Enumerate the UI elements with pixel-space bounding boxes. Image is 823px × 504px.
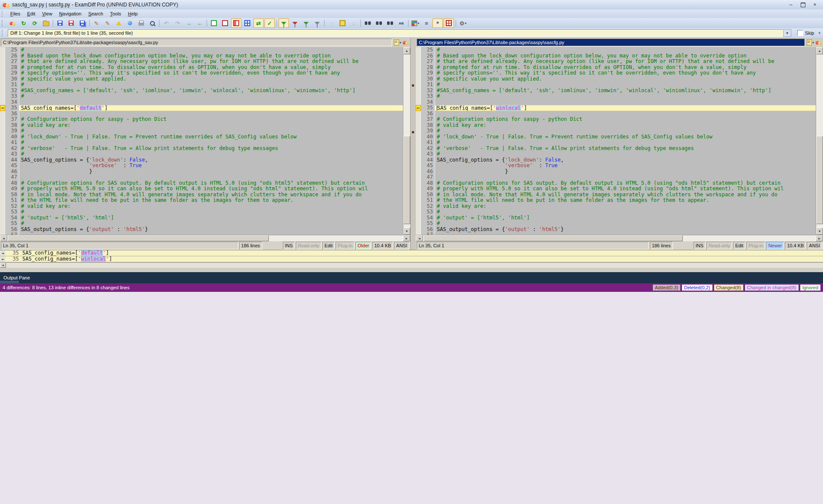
diff-marker[interactable] [416, 134, 421, 140]
scroll-left-icon[interactable]: ◄ [0, 235, 7, 241]
diff-marker[interactable] [416, 117, 421, 123]
scroll-thumb[interactable] [424, 235, 683, 241]
diff-marker[interactable] [0, 169, 5, 175]
output-pane-grip[interactable] [0, 281, 19, 283]
auto-recompare-button[interactable]: ✓ [264, 18, 275, 28]
diff-marker[interactable] [0, 151, 5, 157]
scroll-up-icon[interactable]: ▲ [403, 47, 410, 54]
scroll-track[interactable] [816, 54, 823, 228]
diff-marker[interactable] [0, 76, 5, 82]
find-button[interactable] [363, 18, 373, 28]
diff-marker[interactable] [0, 70, 5, 76]
sync-scrolling-button[interactable]: ⇄ [253, 18, 264, 28]
diff-marker[interactable] [0, 174, 5, 180]
diff-map-marker[interactable] [412, 131, 414, 133]
diff-marker[interactable] [416, 88, 421, 94]
diff-marker[interactable] [416, 209, 421, 215]
print-preview-button[interactable] [147, 18, 157, 28]
diff-marker[interactable] [416, 105, 421, 111]
diff-marker[interactable] [0, 88, 5, 94]
diff-marker[interactable] [416, 93, 421, 99]
edit-second-file-button[interactable]: ✎ [102, 18, 113, 28]
filter-deleted-button[interactable] [301, 18, 311, 28]
color-scheme-button[interactable]: ▾ [410, 18, 421, 28]
menu-item[interactable]: Search [85, 10, 107, 17]
diff-marker[interactable] [0, 204, 5, 210]
save-all-button[interactable] [77, 18, 87, 28]
menu-item[interactable]: View [39, 10, 56, 17]
diff-marker[interactable] [416, 123, 421, 129]
maximize-button[interactable] [797, 1, 808, 8]
diff-marker[interactable] [0, 82, 5, 88]
copy-to-right-button[interactable]: → [183, 18, 194, 28]
diff-marker[interactable] [0, 134, 5, 140]
diff-marker[interactable] [416, 198, 421, 204]
diff-marker[interactable] [0, 198, 5, 204]
vertical-scrollbar[interactable]: ▲ ▼ [816, 47, 823, 235]
scroll-down-icon[interactable]: ▼ [403, 228, 410, 235]
diff-marker[interactable] [416, 140, 421, 146]
find-previous-button[interactable] [385, 18, 395, 28]
diff-marker[interactable] [0, 53, 5, 59]
diff-marker[interactable] [0, 65, 5, 71]
scroll-track[interactable] [7, 235, 403, 241]
overflow-chevron-icon[interactable]: ▾ [818, 31, 820, 35]
diff-marker[interactable] [416, 169, 421, 175]
second-file-options-button[interactable] [125, 18, 135, 28]
diff-marker[interactable] [416, 47, 421, 53]
diff-marker[interactable] [416, 146, 421, 152]
scroll-right-icon[interactable]: ► [816, 235, 823, 241]
match-case-button[interactable]: AB [396, 18, 406, 28]
scroll-right-icon[interactable]: ► [403, 235, 410, 241]
second-file-path[interactable]: C:\Program Files\Python\Python37\Lib\sit… [417, 39, 805, 46]
diff-marker[interactable] [416, 180, 421, 186]
diff-marker[interactable] [416, 192, 421, 198]
diff-marker[interactable] [0, 123, 5, 129]
diff-marker[interactable] [0, 180, 5, 186]
redo-button[interactable]: ↷ [172, 18, 183, 28]
first-file-editor[interactable]: 25 # 26 # Based upon the lock_down confi… [0, 47, 410, 235]
save-first-file-button[interactable] [55, 18, 65, 28]
diff-marker[interactable] [0, 215, 5, 221]
menu-item[interactable]: Navigation [56, 10, 85, 17]
vertical-scrollbar[interactable]: ▲ ▼ [403, 47, 410, 235]
diff-marker[interactable] [0, 105, 5, 111]
undo-button[interactable]: ↶ [161, 18, 171, 28]
diff-marker[interactable] [0, 192, 5, 198]
save-second-file-button[interactable] [66, 18, 76, 28]
scroll-thumb[interactable] [8, 235, 269, 241]
previous-change-button[interactable]: ↑ [326, 18, 336, 28]
print-button[interactable] [136, 18, 146, 28]
diff-marker[interactable] [0, 128, 5, 134]
edit-mode-button[interactable] [444, 18, 454, 28]
diff-marker[interactable] [0, 93, 5, 99]
diff-marker[interactable] [0, 140, 5, 146]
diff-marker[interactable] [416, 99, 421, 105]
recompare-files-button[interactable]: ⟳ [30, 18, 40, 28]
diff-marker[interactable] [416, 227, 421, 233]
grid-view-button[interactable] [242, 18, 252, 28]
show-second-file-button[interactable] [220, 18, 230, 28]
diff-marker[interactable] [0, 111, 5, 117]
copy-to-left-button[interactable]: ← [195, 18, 205, 28]
diff-marker[interactable] [416, 215, 421, 221]
diff-marker[interactable] [416, 163, 421, 169]
minimize-button[interactable]: – [785, 1, 796, 8]
diff-marker[interactable] [416, 186, 421, 192]
diff-marker[interactable] [0, 221, 5, 227]
diff-marker[interactable] [0, 59, 5, 65]
diff-marker[interactable] [416, 128, 421, 134]
changed-in-changed-badge[interactable]: Changed in changed(8) [745, 285, 799, 291]
ignored-badge[interactable]: Ignored [800, 285, 820, 291]
scroll-left-icon[interactable]: ◄ [0, 263, 6, 268]
diff-marker[interactable] [416, 65, 421, 71]
find-next-button[interactable] [374, 18, 384, 28]
output-pane-bar[interactable]: Output Pane [0, 272, 823, 283]
diff-marker[interactable] [416, 151, 421, 157]
show-first-file-button[interactable] [209, 18, 219, 28]
scroll-left-icon[interactable]: ◄ [416, 235, 423, 241]
horizontal-scrollbar[interactable]: ◄ ► [0, 235, 410, 241]
show-all-diffs-filter-button[interactable] [279, 18, 289, 28]
filter-changed-button[interactable] [312, 18, 322, 28]
scroll-track[interactable] [423, 235, 816, 241]
